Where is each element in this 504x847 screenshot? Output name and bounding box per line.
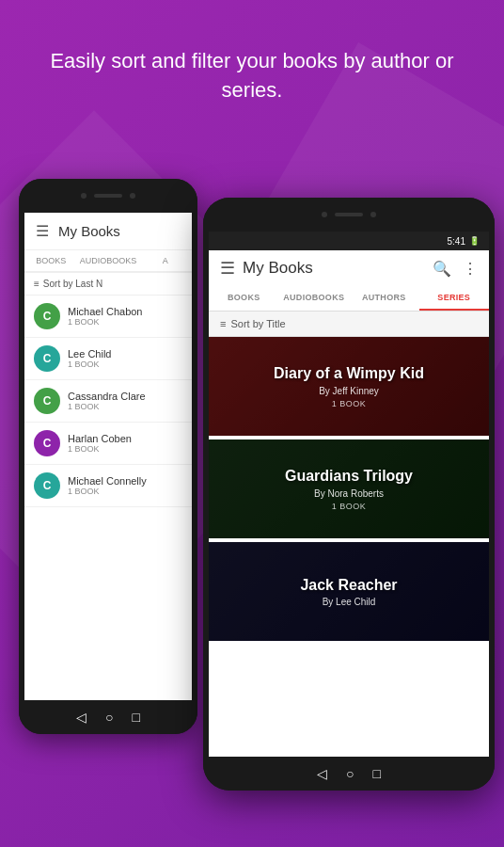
left-menu-icon[interactable]: ☰ (36, 222, 49, 240)
avatar-chabon: C (34, 303, 60, 329)
author-info-chabon: Michael Chabon 1 BOOK (68, 306, 143, 327)
list-item[interactable]: C Cassandra Clare 1 BOOK (24, 380, 192, 423)
left-camera2 (130, 193, 135, 199)
home-button-left[interactable]: ○ (105, 710, 113, 725)
avatar-connelly: C (34, 472, 60, 499)
list-item[interactable]: Jack Reacher By Lee Child (209, 542, 489, 641)
list-item[interactable]: Diary of a Wimpy Kid By Jeff Kinney 1 BO… (209, 337, 489, 436)
series-title: Guardians Trilogy (285, 467, 413, 485)
author-info-child: Lee Child 1 BOOK (68, 348, 111, 369)
author-name: Michael Connelly (68, 475, 147, 487)
back-button-right[interactable]: ◁ (317, 766, 327, 781)
series-count: 1 BOOK (332, 399, 367, 408)
list-item[interactable]: C Lee Child 1 BOOK (24, 338, 192, 380)
left-tabs: BOOKS AUDIOBOOKS A (24, 250, 192, 273)
right-phone: 5:41 🔋 ☰ My Books 🔍 ⋮ BOOKS AUDIOBOOKS A… (203, 198, 495, 791)
author-info-connelly: Michael Connelly 1 BOOK (68, 475, 147, 496)
avatar-coben: C (34, 430, 60, 456)
back-button-left[interactable]: ◁ (76, 710, 87, 725)
series-list: Diary of a Wimpy Kid By Jeff Kinney 1 BO… (209, 337, 489, 645)
left-nav-bar: ◁ ○ □ (19, 700, 197, 734)
author-count: 1 BOOK (68, 317, 143, 327)
right-menu-icon[interactable]: ☰ (220, 258, 235, 279)
tab-audiobooks[interactable]: AUDIOBOOKS (279, 286, 350, 311)
left-tab-books[interactable]: BOOKS (24, 250, 78, 271)
right-sort-bar[interactable]: ≡ Sort by Title (209, 312, 489, 337)
left-screen: ☰ My Books BOOKS AUDIOBOOKS A ≡ Sort by … (24, 213, 192, 700)
right-camera2 (370, 212, 376, 217)
right-screen: 5:41 🔋 ☰ My Books 🔍 ⋮ BOOKS AUDIOBOOKS A… (209, 232, 489, 757)
avatar-child: C (34, 345, 60, 372)
series-author: By Nora Roberts (314, 488, 384, 499)
list-item[interactable]: C Harlan Coben 1 BOOK (24, 423, 192, 465)
search-icon[interactable]: 🔍 (433, 260, 451, 278)
list-item[interactable]: C Michael Chabon 1 BOOK (24, 296, 192, 338)
left-phone-top-bar (19, 179, 197, 213)
left-speaker (94, 194, 122, 198)
list-item[interactable]: C Michael Connelly 1 BOOK (24, 465, 192, 507)
author-name: Harlan Coben (68, 433, 132, 444)
sort-icon-right: ≡ (220, 318, 226, 329)
series-content: Jack Reacher By Lee Child (209, 542, 489, 641)
left-tab-audiobooks[interactable]: AUDIOBOOKS (78, 250, 139, 271)
series-content: Diary of a Wimpy Kid By Jeff Kinney 1 BO… (209, 337, 489, 436)
author-name: Lee Child (68, 348, 111, 360)
battery-icon: 🔋 (469, 236, 480, 246)
left-title: My Books (58, 223, 120, 239)
author-list: C Michael Chabon 1 BOOK C Lee Child 1 BO… (24, 296, 192, 507)
avatar-clare: C (34, 388, 60, 414)
sort-icon-left: ≡ (34, 279, 39, 289)
right-camera (322, 212, 327, 217)
author-count: 1 BOOK (68, 402, 146, 411)
right-nav-bar: ◁ ○ □ (203, 757, 495, 791)
series-content: Guardians Trilogy By Nora Roberts 1 BOOK (209, 439, 489, 538)
headline: Easily sort and filter your books by aut… (0, 47, 504, 105)
right-tabs: BOOKS AUDIOBOOKS AUTHORS SERIES (209, 286, 489, 312)
author-info-coben: Harlan Coben 1 BOOK (68, 433, 132, 454)
tab-books[interactable]: BOOKS (209, 286, 279, 311)
series-title: Diary of a Wimpy Kid (274, 364, 424, 382)
left-sort-bar[interactable]: ≡ Sort by Last N (24, 273, 192, 296)
author-info-clare: Cassandra Clare 1 BOOK (68, 391, 146, 411)
right-phone-top-bar (203, 198, 495, 232)
more-icon[interactable]: ⋮ (463, 260, 478, 278)
header-action-icons: 🔍 ⋮ (433, 260, 478, 278)
status-icons: 🔋 (469, 236, 480, 246)
author-name: Michael Chabon (68, 306, 143, 317)
left-camera (81, 193, 87, 199)
series-title: Jack Reacher (300, 576, 397, 594)
series-author: By Lee Child (323, 597, 376, 607)
tab-authors[interactable]: AUTHORS (349, 286, 419, 311)
left-header: ☰ My Books (24, 213, 192, 250)
left-tab-authors[interactable]: A (138, 250, 192, 271)
right-header: ☰ My Books 🔍 ⋮ (209, 250, 489, 286)
tab-series[interactable]: SERIES (419, 286, 490, 311)
home-button-right[interactable]: ○ (346, 766, 354, 781)
right-speaker (335, 213, 363, 216)
recent-button-left[interactable]: □ (133, 710, 140, 725)
status-bar: 5:41 🔋 (209, 232, 489, 250)
status-time: 5:41 (448, 236, 465, 247)
sort-label-left: Sort by Last N (43, 279, 102, 289)
recent-button-right[interactable]: □ (373, 766, 381, 781)
author-count: 1 BOOK (68, 444, 132, 454)
author-name: Cassandra Clare (68, 391, 146, 402)
author-count: 1 BOOK (68, 487, 147, 496)
series-author: By Jeff Kinney (319, 386, 379, 396)
left-phone: ☰ My Books BOOKS AUDIOBOOKS A ≡ Sort by … (19, 179, 197, 734)
right-title: My Books (243, 259, 425, 278)
list-item[interactable]: Guardians Trilogy By Nora Roberts 1 BOOK (209, 439, 489, 538)
author-count: 1 BOOK (68, 360, 111, 369)
sort-label-right: Sort by Title (230, 318, 285, 329)
series-count: 1 BOOK (332, 502, 367, 511)
